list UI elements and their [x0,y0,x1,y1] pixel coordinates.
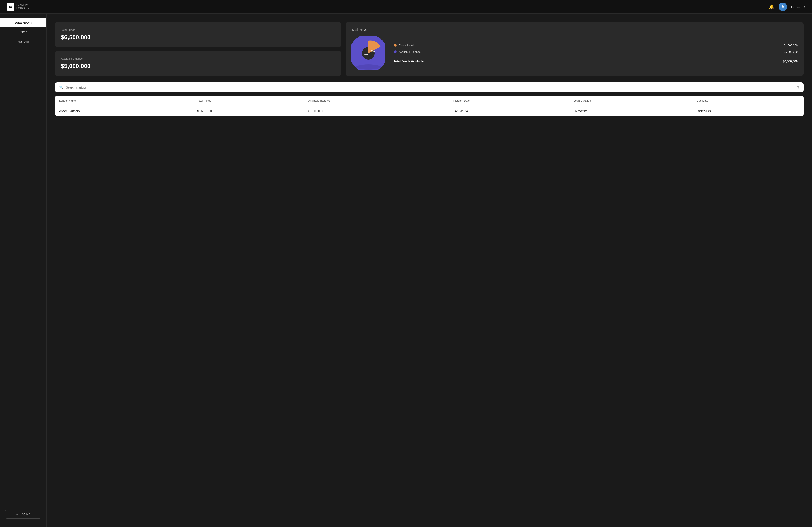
available-balance-label: Available Balance [61,57,335,60]
sidebar-bottom: ⏎ Log out [0,506,46,523]
legend-left-used: Funds Used [394,44,414,47]
logo-sub: FUNDERS [16,7,30,9]
chart-title: Total Funds [351,28,798,31]
table-header-row: Lender Name Total Funds Available Balanc… [55,96,803,106]
logo-name: INSIGHT [16,4,30,7]
legend-total: Total Funds Available $6,500,000 [394,60,798,63]
legend-left-available: Available Balance [394,50,421,54]
cell-loan-duration: 36 months [569,106,692,116]
app-header: IO INSIGHT FUNDERS 🔔 P.I.P.E ▾ [0,0,812,14]
logo-area: IO INSIGHT FUNDERS [7,3,30,11]
legend-total-label: Total Funds Available [394,60,424,63]
svg-text:23%: 23% [364,53,368,56]
legend-value-available: $5,000,000 [784,50,798,54]
col-initiation-date: Initiation Date [449,96,569,106]
cell-lender-name: Aspen Partners [55,106,193,116]
chevron-down-icon[interactable]: ▾ [804,5,805,8]
cell-total-funds: $6,500,000 [193,106,304,116]
search-input[interactable] [66,86,794,89]
total-funds-card: Total Funds $6,500,000 [55,22,341,47]
total-funds-value: $6,500,000 [61,34,335,41]
cell-available-balance: $5,000,000 [304,106,449,116]
legend-label-used: Funds Used [399,44,414,47]
bell-icon[interactable]: 🔔 [769,4,774,9]
search-icon: 🔍 [59,85,63,89]
legend-item-available: Available Balance $5,000,000 [394,50,798,54]
legend-total-value: $6,500,000 [783,60,798,63]
chart-card: Total Funds [346,22,803,76]
header-right: 🔔 P.I.P.E ▾ [769,2,805,11]
main-content: Total Funds $6,500,000 Available Balance… [46,14,812,527]
col-available-balance: Available Balance [304,96,449,106]
avatar [779,2,787,11]
col-lender-name: Lender Name [55,96,193,106]
chart-content: 23% 77% Funds Used $1,500,000 [351,36,798,70]
user-name: P.I.P.E [791,5,800,9]
legend-item-used: Funds Used $1,500,000 [394,44,798,47]
chart-legend: Funds Used $1,500,000 Available Balance … [394,44,798,63]
col-loan-duration: Loan Duration [569,96,692,106]
left-cards: Total Funds $6,500,000 Available Balance… [55,22,341,76]
total-funds-label: Total Funds [61,28,335,31]
legend-dot-available [394,50,397,53]
pie-chart: 23% 77% [351,36,385,70]
legend-dot-used [394,44,397,47]
svg-text:77%: 77% [371,49,375,52]
available-balance-value: $5,000,000 [61,63,335,70]
table-body: Aspen Partners $6,500,000 $5,000,000 04/… [55,106,803,116]
filter-icon[interactable]: ⚙ [796,85,799,89]
app-layout: Data Room Offer Manage ⏎ Log out Total F… [0,14,812,527]
cell-due-date: 09/12/2024 [692,106,803,116]
available-balance-card: Available Balance $5,000,000 [55,51,341,76]
cards-row: Total Funds $6,500,000 Available Balance… [55,22,803,76]
logo-text: INSIGHT FUNDERS [16,4,30,9]
sidebar-item-offer[interactable]: Offer [0,27,46,37]
logout-icon: ⏎ [16,512,19,516]
legend-label-available: Available Balance [399,50,421,54]
sidebar-item-manage[interactable]: Manage [0,37,46,46]
data-table: Lender Name Total Funds Available Balanc… [55,96,803,116]
col-due-date: Due Date [692,96,803,106]
table-header: Lender Name Total Funds Available Balanc… [55,96,803,106]
sidebar-nav: Data Room Offer Manage [0,18,46,46]
cell-initiation-date: 04/12/2024 [449,106,569,116]
logout-label: Log out [20,512,30,516]
sidebar: Data Room Offer Manage ⏎ Log out [0,14,46,527]
logout-button[interactable]: ⏎ Log out [5,510,41,518]
sidebar-item-data-room[interactable]: Data Room [0,18,46,27]
table-row[interactable]: Aspen Partners $6,500,000 $5,000,000 04/… [55,106,803,116]
search-bar: 🔍 ⚙ [55,82,803,92]
logo-icon: IO [7,3,14,11]
table-container: Lender Name Total Funds Available Balanc… [55,96,803,116]
legend-value-used: $1,500,000 [784,44,798,47]
col-total-funds: Total Funds [193,96,304,106]
svg-point-1 [356,64,381,70]
